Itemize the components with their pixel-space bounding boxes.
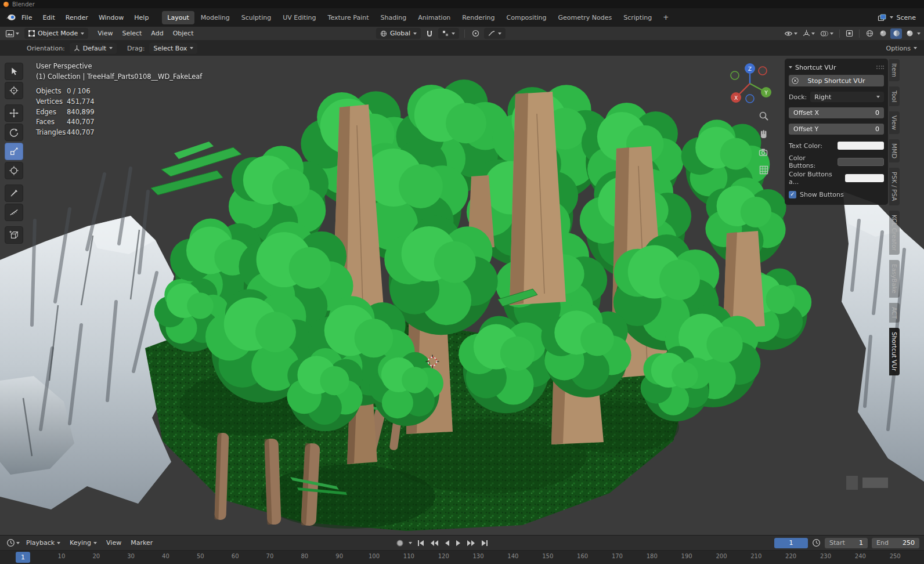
workspace-tab-layout[interactable]: Layout	[162, 11, 194, 24]
offset-x-field[interactable]: Offset X 0	[789, 107, 884, 118]
sidebar-tab-psk-psa[interactable]: PSK / PSA	[889, 168, 900, 205]
menu-edit[interactable]: Edit	[37, 12, 60, 24]
measure-tool[interactable]	[5, 204, 23, 221]
sidebar-tab-item[interactable]: Item	[889, 59, 900, 81]
shading-rendered-button[interactable]	[904, 28, 915, 39]
orthographic-grid-icon[interactable]	[758, 164, 770, 176]
workspace-tab-texture-paint[interactable]: Texture Paint	[323, 11, 374, 24]
frame-end-field[interactable]: End 250	[872, 538, 919, 548]
jump-to-end-button[interactable]	[481, 540, 489, 547]
sidebar-tab-view[interactable]: View	[889, 111, 900, 134]
move-tool[interactable]	[5, 104, 23, 122]
workspace-tab-scripting[interactable]: Scripting	[618, 11, 657, 24]
workspace-tab-sculpting[interactable]: Sculpting	[236, 11, 276, 24]
text-color-swatch[interactable]	[838, 142, 884, 150]
chevron-down-icon[interactable]	[890, 16, 893, 19]
sidebar-tab-act[interactable]: ACT	[889, 303, 900, 323]
scene-browse-icon[interactable]	[878, 14, 887, 21]
mode-dropdown[interactable]: Object Mode	[24, 28, 88, 39]
drag-mode-dropdown[interactable]: Select Box	[149, 43, 197, 54]
workspace-tab-compositing[interactable]: Compositing	[501, 11, 552, 24]
cursor-tool[interactable]	[5, 82, 23, 99]
current-frame-field[interactable]: 1	[774, 538, 808, 548]
chevron-down-icon[interactable]	[914, 47, 917, 49]
rotate-tool[interactable]	[5, 124, 23, 141]
chevron-down-icon[interactable]	[917, 32, 921, 35]
scene-name[interactable]: Scene	[896, 14, 916, 21]
vur-button-placeholder[interactable]	[862, 478, 888, 488]
editor-type-button[interactable]	[3, 28, 21, 39]
panel-expand-chevron-icon[interactable]	[789, 66, 792, 68]
add-cube-tool[interactable]	[5, 226, 23, 244]
play-button[interactable]	[455, 540, 462, 547]
menu-window[interactable]: Window	[93, 12, 129, 24]
next-keyframe-button[interactable]	[467, 540, 476, 547]
workspace-tab-animation[interactable]: Animation	[413, 11, 456, 24]
vur-button-placeholder[interactable]	[846, 476, 858, 490]
panel-drag-handle-icon[interactable]	[876, 65, 884, 70]
annotate-tool[interactable]	[5, 185, 23, 202]
color-buttons-alt-swatch[interactable]	[845, 174, 884, 182]
menu-add[interactable]: Add	[146, 28, 168, 39]
object-visibility-dropdown[interactable]	[782, 29, 799, 38]
zoom-icon[interactable]	[758, 110, 770, 122]
frame-start-field[interactable]: Start 1	[825, 538, 868, 548]
overlays-dropdown[interactable]	[818, 29, 835, 38]
options-dropdown[interactable]: Options	[886, 45, 911, 52]
transform-tool[interactable]	[5, 162, 23, 179]
sidebar-tab-tool[interactable]: Tool	[889, 86, 900, 106]
menu-view[interactable]: View	[93, 28, 117, 39]
transform-orientation-dropdown[interactable]: Global	[376, 28, 421, 39]
sidebar-tab-easybake[interactable]: EasyBake	[889, 260, 900, 298]
timeline-ruler[interactable]: 1020304050607080901001101201301401501601…	[0, 550, 924, 564]
gizmo-neg-y[interactable]	[731, 71, 739, 79]
viewport-3d[interactable]: User Perspective (1) Collection | TreeHa…	[0, 56, 924, 535]
add-workspace-button[interactable]: +	[658, 11, 673, 24]
chevron-down-icon[interactable]	[409, 542, 412, 544]
menu-file[interactable]: File	[16, 12, 37, 24]
workspace-tab-rendering[interactable]: Rendering	[457, 11, 500, 24]
menu-help[interactable]: Help	[129, 12, 154, 24]
sidebar-tab-mmd[interactable]: MMD	[889, 139, 900, 162]
shading-material-button[interactable]	[890, 28, 902, 39]
falloff-dropdown[interactable]	[484, 28, 506, 39]
sidebar-tab-kcl-creator[interactable]: KCL Creator	[889, 211, 900, 255]
timeline-editor-type-button[interactable]	[5, 537, 21, 548]
workspace-tab-geometry-nodes[interactable]: Geometry Nodes	[553, 11, 617, 24]
proportional-editing-button[interactable]	[470, 28, 481, 38]
snap-target-dropdown[interactable]	[438, 28, 459, 39]
color-buttons-swatch[interactable]	[838, 158, 884, 166]
gizmo-neg-z[interactable]	[746, 95, 754, 103]
menu-select[interactable]: Select	[117, 28, 146, 39]
workspace-tab-uv-editing[interactable]: UV Editing	[277, 11, 321, 24]
menu-object[interactable]: Object	[168, 28, 198, 39]
gizmos-dropdown[interactable]	[801, 28, 817, 38]
menu-keying[interactable]: Keying	[65, 537, 102, 548]
workspace-tab-modeling[interactable]: Modeling	[196, 11, 235, 24]
orientation-default-dropdown[interactable]: Default	[70, 43, 117, 54]
gizmo-neg-x[interactable]	[759, 67, 767, 75]
workspace-tab-shading[interactable]: Shading	[376, 11, 412, 24]
shading-wireframe-button[interactable]	[864, 28, 875, 39]
jump-to-start-button[interactable]	[417, 540, 425, 547]
camera-view-icon[interactable]	[758, 146, 770, 158]
stop-shortcut-vur-button[interactable]: Stop Shortcut VUr	[789, 75, 884, 86]
scale-tool[interactable]	[5, 143, 23, 160]
previous-keyframe-button[interactable]	[429, 540, 439, 547]
use-preview-range-clock-icon[interactable]	[812, 538, 821, 547]
menu-playback[interactable]: Playback	[21, 537, 65, 548]
sidebar-tab-shortcut-vur[interactable]: Shortcut VUr	[889, 328, 900, 375]
menu-marker[interactable]: Marker	[126, 537, 157, 548]
show-buttons-checkbox[interactable]: ✓	[789, 191, 796, 198]
snap-toggle-button[interactable]	[424, 28, 435, 39]
menu-timeline-view[interactable]: View	[102, 537, 126, 548]
select-box-tool[interactable]	[5, 63, 23, 80]
offset-y-field[interactable]: Offset Y 0	[789, 124, 884, 135]
auto-keying-record-button[interactable]	[396, 539, 404, 547]
dock-dropdown[interactable]: Right	[810, 92, 884, 102]
pan-hand-icon[interactable]	[758, 128, 770, 140]
navigation-gizmo[interactable]: Z Y X	[723, 60, 777, 109]
menu-render[interactable]: Render	[60, 12, 93, 24]
shading-solid-button[interactable]	[877, 28, 889, 39]
playhead[interactable]: 1	[16, 552, 30, 563]
